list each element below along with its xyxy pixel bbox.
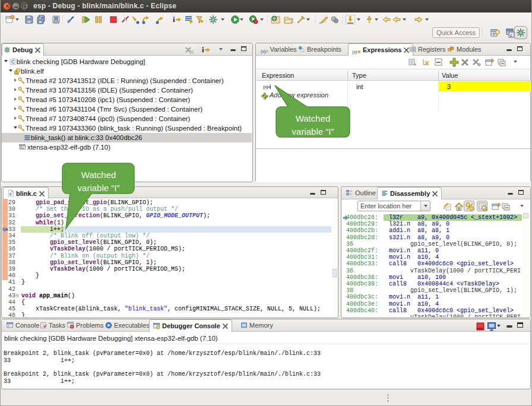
svg-text:variable “I”: variable “I” — [78, 183, 120, 193]
svg-text:Watched: Watched — [81, 170, 116, 180]
svg-text:i: i — [173, 15, 175, 24]
svg-text:c: c — [510, 33, 512, 37]
svg-text:i: i — [202, 45, 204, 54]
svg-text:Watched: Watched — [296, 113, 331, 123]
svg-text:C: C — [11, 59, 15, 65]
svg-text:variable “I”: variable “I” — [292, 126, 334, 137]
svg-text:c: c — [10, 191, 12, 196]
